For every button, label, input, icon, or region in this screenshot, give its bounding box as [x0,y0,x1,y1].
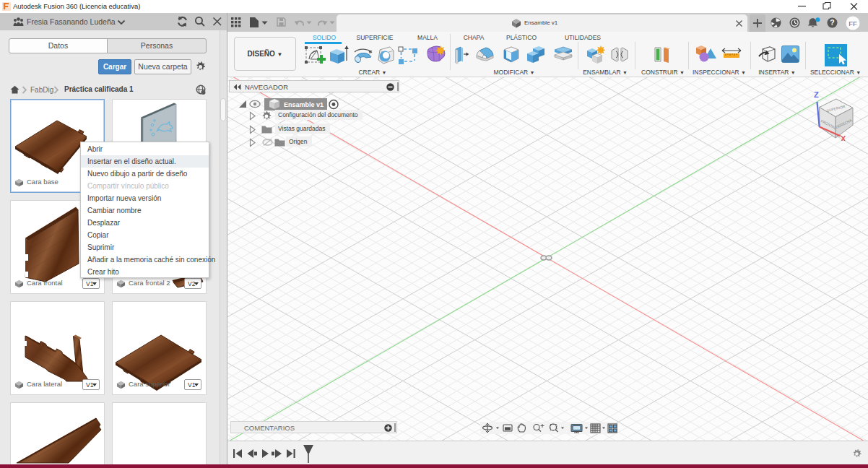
svg-text:Z: Z [814,90,819,99]
svg-text:Ensamble v1: Ensamble v1 [284,101,324,108]
svg-text:?: ? [830,18,834,27]
svg-text:FF: FF [849,20,857,27]
svg-text:X: X [841,134,846,141]
